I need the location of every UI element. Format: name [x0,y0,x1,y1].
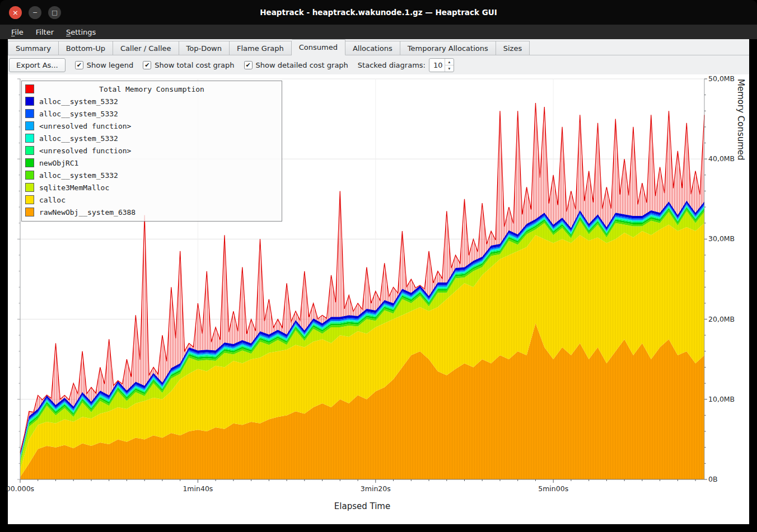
menu-file[interactable]: File [6,26,29,38]
legend-swatch [25,146,34,155]
tab-top-down[interactable]: Top-Down [179,41,230,55]
legend-title: Total Memory Consumption [39,85,278,93]
legend-item: newObjRC1 [25,157,278,169]
menu-filter[interactable]: Filter [30,26,59,38]
export-as-button[interactable]: Export As... [9,58,66,72]
stacked-diagrams-spinbox[interactable]: 10 ▴ ▾ [429,58,454,72]
spinbox-value[interactable]: 10 [429,59,445,72]
x-tick-label: 00.000s [0,484,45,493]
tab-consumed[interactable]: Consumed [292,39,345,55]
y-tick-label: 30,0MB [708,234,735,243]
legend-item: alloc__system_5332 [25,95,278,107]
toolbar: Export As... ✔Show legend✔Show total cos… [8,55,749,74]
window-controls: × − □ [9,0,61,25]
spin-down-icon[interactable]: ▾ [445,65,454,72]
legend-item: calloc [25,194,278,206]
legend-item: alloc__system_5332 [25,107,278,120]
tab-temporary-allocations[interactable]: Temporary Allocations [400,41,496,55]
checkbox-show-legend[interactable]: ✔Show legend [75,61,134,69]
checkbox-icon: ✔ [143,61,151,69]
maximize-button[interactable]: □ [48,6,61,19]
x-axis-title: Elapsed Time [20,501,704,511]
legend-swatch [25,195,34,204]
legend-item: alloc__system_5332 [25,169,278,181]
legend-title-row: Total Memory Consumption [25,83,278,95]
maximize-icon: □ [52,10,57,16]
legend-label: alloc__system_5332 [39,110,118,118]
y-tick-label: 10,0MB [708,395,735,404]
chart-legend: Total Memory Consumptionalloc__system_53… [21,81,282,222]
tab-summary[interactable]: Summary [8,41,59,55]
menubar: FileFilterSettings [0,25,757,39]
legend-swatch [25,171,34,180]
checkbox-show-detailed-cost-graph[interactable]: ✔Show detailed cost graph [244,61,348,69]
legend-label: alloc__system_5332 [39,134,118,143]
y-tick-label: 20,0MB [708,315,735,324]
tab-sizes[interactable]: Sizes [496,41,530,55]
y-tick-label: 0B [708,475,718,484]
menu-settings[interactable]: Settings [60,26,101,38]
main-content: SummaryBottom-UpCaller / CalleeTop-DownF… [8,39,749,524]
legend-label: alloc__system_5332 [39,171,118,180]
tab-flame-graph[interactable]: Flame Graph [230,41,292,55]
titlebar[interactable]: × − □ Heaptrack - heaptrack.wakunode.1.g… [0,0,757,25]
legend-swatch [25,109,34,118]
checkbox-show-total-cost-graph[interactable]: ✔Show total cost graph [143,61,234,69]
y-axis-title: Memory Consumed [736,79,746,479]
checkbox-icon: ✔ [75,61,83,69]
checkbox-icon: ✔ [244,61,253,69]
legend-label: rawNewObj__system_6388 [39,208,135,216]
minimize-button[interactable]: − [29,6,41,19]
legend-label: <unresolved function> [39,122,131,130]
legend-swatch [25,97,34,106]
stacked-diagrams-label: Stacked diagrams: [358,61,426,69]
minimize-icon: − [32,10,38,16]
legend-item: rawNewObj__system_6388 [25,206,278,218]
tab-allocations[interactable]: Allocations [345,41,400,55]
toolbar-checkboxes: ✔Show legend✔Show total cost graph✔Show … [75,61,348,69]
x-tick-label: 1min40s [172,484,223,493]
legend-label: alloc__system_5332 [39,97,118,106]
close-button[interactable]: × [9,6,22,19]
legend-swatch [25,208,34,216]
legend-item: alloc__system_5332 [25,132,278,144]
legend-label: newObjRC1 [39,159,78,167]
legend-swatch [25,158,34,167]
legend-label: <unresolved function> [39,147,131,155]
tab-bar: SummaryBottom-UpCaller / CalleeTop-DownF… [8,39,749,55]
y-tick-label: 50,0MB [708,74,735,83]
legend-swatch [25,121,34,130]
spinbox-steppers: ▴ ▾ [445,59,454,72]
legend-swatch [25,84,34,93]
tab-caller-callee[interactable]: Caller / Callee [113,41,179,55]
memory-chart[interactable]: Total Memory Consumptionalloc__system_53… [8,74,749,524]
legend-item: <unresolved function> [25,120,278,132]
x-tick-label: 3min20s [351,484,401,493]
stacked-diagrams-control: Stacked diagrams: 10 ▴ ▾ [358,58,454,72]
legend-label: sqlite3MemMalloc [39,183,109,192]
checkbox-label: Show total cost graph [155,61,234,69]
legend-swatch [25,134,34,143]
checkbox-label: Show detailed cost graph [256,61,348,69]
y-tick-label: 40,0MB [708,154,735,163]
legend-swatch [25,183,34,192]
legend-label: calloc [39,196,66,204]
legend-item: sqlite3MemMalloc [25,181,278,194]
legend-item: <unresolved function> [25,144,278,157]
spin-up-icon[interactable]: ▴ [445,59,454,65]
close-icon: × [12,9,18,16]
checkbox-label: Show legend [87,61,134,69]
x-tick-label: 5min00s [528,484,578,493]
tab-bottom-up[interactable]: Bottom-Up [59,41,113,55]
window-title: Heaptrack - heaptrack.wakunode.1.gz — He… [0,8,757,17]
